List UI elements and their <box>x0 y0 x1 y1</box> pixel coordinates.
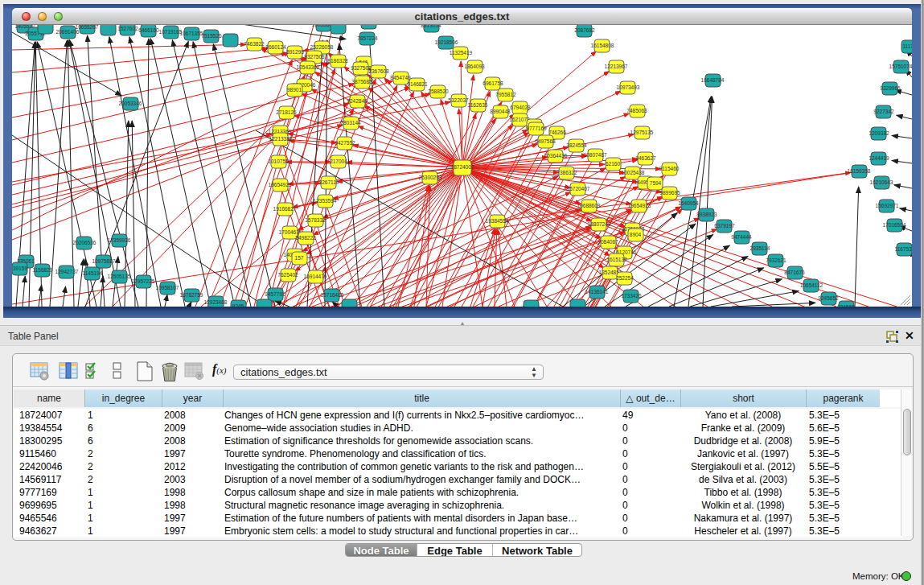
svg-text:10975887: 10975887 <box>92 258 116 264</box>
svg-text:2935114: 2935114 <box>750 245 770 251</box>
svg-text:2588520: 2588520 <box>428 89 449 94</box>
svg-text:5322037: 5322037 <box>448 97 469 103</box>
svg-text:19654922: 19654922 <box>269 182 292 187</box>
svg-text:9084067: 9084067 <box>598 239 618 245</box>
svg-text:16914479: 16914479 <box>304 274 327 279</box>
svg-text:1527602: 1527602 <box>117 26 138 31</box>
svg-text:7485063: 7485063 <box>626 108 647 113</box>
svg-text:12353594: 12353594 <box>314 198 337 204</box>
svg-text:1615132: 1615132 <box>606 257 627 262</box>
svg-text:2718126: 2718126 <box>276 109 297 115</box>
svg-text:3824554: 3824554 <box>566 142 587 148</box>
svg-text:1209382: 1209382 <box>869 130 889 136</box>
svg-text:10688609: 10688609 <box>577 203 601 208</box>
svg-text:3875685: 3875685 <box>351 79 372 84</box>
svg-text:8938923: 8938923 <box>696 212 717 217</box>
svg-text:9427552: 9427552 <box>335 140 355 146</box>
svg-text:7955812: 7955812 <box>495 92 516 97</box>
svg-text:9463627: 9463627 <box>635 155 656 161</box>
svg-text:217004: 217004 <box>330 159 347 164</box>
svg-text:7386322: 7386322 <box>556 170 577 175</box>
svg-text:9457791: 9457791 <box>265 291 285 297</box>
svg-text:3267110: 3267110 <box>319 179 339 185</box>
svg-text:19166827: 19166827 <box>273 206 297 212</box>
svg-text:9115460: 9115460 <box>659 166 680 171</box>
svg-text:10543362: 10543362 <box>297 64 320 70</box>
svg-text:20206536: 20206536 <box>73 240 97 245</box>
svg-text:20053346: 20053346 <box>119 101 142 106</box>
svg-text:9777169: 9777169 <box>526 126 547 131</box>
svg-text:1640954: 1640954 <box>678 200 699 206</box>
svg-text:8660124: 8660124 <box>265 44 286 50</box>
svg-text:252254: 252254 <box>616 275 634 281</box>
svg-text:10719165: 10719165 <box>159 29 183 35</box>
svg-text:10807487: 10807487 <box>584 152 607 158</box>
svg-text:10973493: 10973493 <box>617 84 640 90</box>
svg-text:17957225: 17957225 <box>132 278 155 284</box>
svg-text:15751074: 15751074 <box>889 64 912 69</box>
svg-text:9245652: 9245652 <box>818 295 839 301</box>
svg-text:25226058: 25226058 <box>310 44 334 50</box>
svg-text:12213382: 12213382 <box>269 136 293 142</box>
svg-text:2367608: 2367608 <box>368 68 389 74</box>
svg-text:16210643: 16210643 <box>870 179 893 185</box>
svg-text:10655267: 10655267 <box>76 25 99 30</box>
svg-text:2803144: 2803144 <box>340 120 361 126</box>
svg-text:20691406: 20691406 <box>56 29 80 35</box>
svg-text:9474444: 9474444 <box>731 234 752 240</box>
svg-text:20364436: 20364436 <box>544 153 568 159</box>
svg-text:5498222: 5498222 <box>295 235 316 241</box>
svg-text:924565: 924565 <box>837 304 855 307</box>
svg-text:8813054: 8813054 <box>421 25 441 28</box>
svg-text:19384554: 19384554 <box>486 218 509 224</box>
svg-text:9329966: 9329966 <box>880 85 901 91</box>
svg-text:9146821: 9146821 <box>407 81 428 87</box>
svg-text:12923468: 12923468 <box>204 299 228 305</box>
svg-text:1145194: 1145194 <box>83 270 103 276</box>
svg-text:10671355: 10671355 <box>180 31 203 36</box>
svg-text:10958107: 10958107 <box>156 285 179 290</box>
svg-text:8471676: 8471676 <box>784 270 805 275</box>
svg-text:1733426: 1733426 <box>621 293 642 299</box>
svg-text:7857224: 7857224 <box>357 35 378 41</box>
svg-text:14136141: 14136141 <box>585 289 609 295</box>
svg-text:17016504: 17016504 <box>883 222 906 228</box>
svg-text:16159358: 16159358 <box>848 168 871 174</box>
svg-text:6961758: 6961758 <box>483 80 503 86</box>
svg-text:157: 157 <box>295 255 304 261</box>
svg-text:98901: 98901 <box>287 87 302 93</box>
svg-text:9242848: 9242848 <box>347 98 368 104</box>
svg-text:1864093: 1864093 <box>464 64 485 69</box>
svg-text:8904: 8904 <box>630 232 642 237</box>
svg-text:12942737: 12942737 <box>55 269 79 274</box>
svg-text:3578332: 3578332 <box>305 217 326 223</box>
svg-text:39159: 39159 <box>13 266 27 271</box>
svg-text:18724007: 18724007 <box>451 164 474 170</box>
svg-text:8186328: 8186328 <box>327 58 348 64</box>
svg-text:18807249: 18807249 <box>588 221 611 227</box>
svg-text:16648784: 16648784 <box>701 77 725 83</box>
svg-text:8990448: 8990448 <box>490 109 511 114</box>
svg-text:12505135: 12505135 <box>108 274 131 279</box>
svg-text:7594: 7594 <box>650 180 662 186</box>
svg-text:19654923: 19654923 <box>628 203 651 208</box>
svg-text:1167533: 1167533 <box>895 246 912 252</box>
svg-text:10654112: 10654112 <box>800 282 823 288</box>
svg-text:9227342: 9227342 <box>873 109 894 114</box>
svg-text:10025438: 10025438 <box>622 170 645 175</box>
svg-text:6794028: 6794028 <box>510 105 531 110</box>
svg-text:746266: 746266 <box>548 130 566 135</box>
svg-text:1010755: 1010755 <box>268 159 289 164</box>
svg-text:7515526: 7515526 <box>201 33 222 39</box>
svg-text:2087682: 2087682 <box>574 27 595 33</box>
svg-text:1162635: 1162635 <box>468 102 488 108</box>
svg-text:6497568: 6497568 <box>535 138 556 144</box>
svg-text:9899695: 9899695 <box>659 190 680 196</box>
svg-text:11172: 11172 <box>902 43 912 49</box>
svg-text:1156829: 1156829 <box>33 267 53 273</box>
svg-text:15692971: 15692971 <box>876 203 899 208</box>
svg-text:9327503: 9327503 <box>304 54 325 60</box>
svg-text:17359936: 17359936 <box>108 237 131 243</box>
svg-text:8454749: 8454749 <box>390 75 411 80</box>
svg-text:15720407: 15720407 <box>567 186 590 192</box>
